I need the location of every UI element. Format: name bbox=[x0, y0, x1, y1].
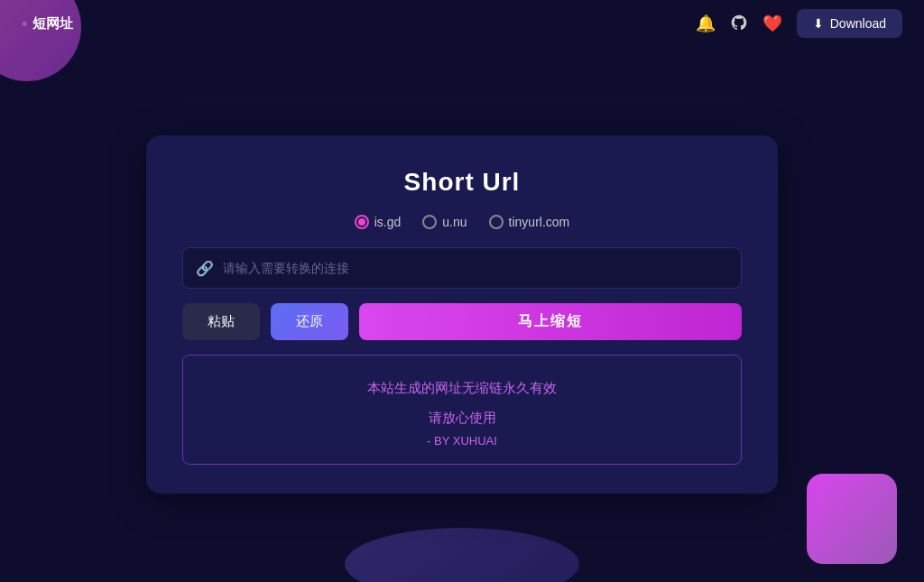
nav-brand: • 短网址 bbox=[22, 14, 73, 33]
radio-tinyurl[interactable]: tinyurl.com bbox=[489, 215, 570, 229]
card-title: Short Url bbox=[182, 168, 742, 197]
url-input[interactable] bbox=[223, 261, 728, 275]
link-icon: 🔗 bbox=[196, 260, 214, 277]
download-label: Download bbox=[830, 16, 886, 31]
radio-isgd[interactable]: is.gd bbox=[355, 215, 402, 229]
radio-label-isgd: is.gd bbox=[374, 215, 402, 229]
brand-dot: • bbox=[22, 14, 27, 33]
card: Short Url is.gd u.nu tinyurl.com 🔗 粘贴 bbox=[146, 135, 778, 494]
download-icon: ⬇ bbox=[813, 16, 824, 31]
radio-label-unu: u.nu bbox=[442, 215, 467, 229]
radio-group: is.gd u.nu tinyurl.com bbox=[182, 215, 742, 229]
radio-circle-unu bbox=[422, 215, 437, 229]
heart-icon[interactable]: ❤️ bbox=[762, 15, 782, 32]
shorten-button[interactable]: 马上缩短 bbox=[359, 303, 742, 340]
buttons-row: 粘贴 还原 马上缩短 bbox=[182, 303, 742, 340]
info-line1: 本站生成的网址无缩链永久有效 bbox=[201, 375, 723, 402]
info-line2: 请放心使用 bbox=[201, 405, 723, 431]
radio-circle-tinyurl bbox=[489, 215, 504, 229]
radio-unu[interactable]: u.nu bbox=[422, 215, 467, 229]
brand-label: 短网址 bbox=[32, 15, 73, 32]
github-icon[interactable] bbox=[730, 14, 748, 34]
main-content: Short Url is.gd u.nu tinyurl.com 🔗 粘贴 bbox=[0, 47, 924, 582]
url-input-row: 🔗 bbox=[182, 247, 742, 289]
bell-icon[interactable]: 🔔 bbox=[696, 15, 716, 32]
info-box: 本站生成的网址无缩链永久有效 请放心使用 - BY XUHUAI bbox=[182, 355, 742, 465]
paste-button[interactable]: 粘贴 bbox=[182, 303, 260, 340]
navbar: • 短网址 🔔 ❤️ ⬇ Download bbox=[0, 0, 924, 47]
download-button[interactable]: ⬇ Download bbox=[797, 9, 902, 38]
radio-label-tinyurl: tinyurl.com bbox=[509, 215, 570, 229]
radio-circle-isgd bbox=[355, 215, 369, 229]
nav-right: 🔔 ❤️ ⬇ Download bbox=[696, 9, 902, 38]
info-line3: - BY XUHUAI bbox=[201, 434, 723, 448]
restore-button[interactable]: 还原 bbox=[271, 303, 348, 340]
